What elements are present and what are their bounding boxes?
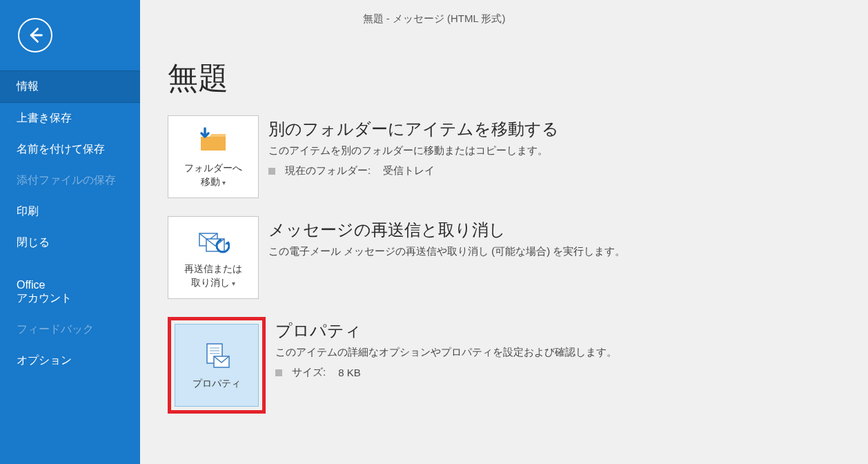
current-folder-label: 現在のフォルダー: xyxy=(285,164,371,177)
resend-icon xyxy=(197,225,230,258)
move-title: 別のフォルダーにアイテムを移動する xyxy=(268,118,559,140)
resend-tile-label: 再送信または 取り消し xyxy=(184,262,242,289)
properties-icon xyxy=(200,340,233,373)
section-resend: 再送信または 取り消し メッセージの再送信と取り消し この電子メール メッセージ… xyxy=(168,216,868,299)
resend-desc: この電子メール メッセージの再送信や取り消し (可能な場合) を実行します。 xyxy=(268,245,626,258)
backstage-sidebar: 情報 上書き保存 名前を付けて保存 添付ファイルの保存 印刷 閉じる Offic… xyxy=(0,0,140,464)
nav-office-account[interactable]: Office アカウント xyxy=(0,271,140,314)
nav-save[interactable]: 上書き保存 xyxy=(0,103,140,134)
nav-feedback: フィードバック xyxy=(0,314,140,345)
section-move: フォルダーへ 移動 別のフォルダーにアイテムを移動する このアイテムを別のフォル… xyxy=(168,115,868,198)
size-row: サイズ: 8 KB xyxy=(275,366,617,379)
nav-options[interactable]: オプション xyxy=(0,345,140,376)
nav-save-attachments: 添付ファイルの保存 xyxy=(0,165,140,196)
nav-print[interactable]: 印刷 xyxy=(0,196,140,227)
properties-button[interactable]: プロパティ xyxy=(175,324,259,407)
properties-title: プロパティ xyxy=(275,320,617,342)
properties-tile-label: プロパティ xyxy=(193,377,241,391)
current-folder-value: 受信トレイ xyxy=(383,164,435,177)
page-title: 無題 xyxy=(168,58,868,99)
section-properties: プロパティ プロパティ このアイテムの詳細なオプションやプロパティを設定および確… xyxy=(168,317,868,414)
arrow-left-icon xyxy=(26,26,45,45)
current-folder-row: 現在のフォルダー: 受信トレイ xyxy=(268,164,559,177)
nav-info[interactable]: 情報 xyxy=(0,70,140,103)
size-value: 8 KB xyxy=(338,367,361,378)
folder-move-icon xyxy=(197,124,230,157)
properties-highlight-box: プロパティ xyxy=(168,317,266,414)
nav-save-as[interactable]: 名前を付けて保存 xyxy=(0,134,140,165)
move-tile-label: フォルダーへ 移動 xyxy=(184,162,242,188)
move-to-folder-button[interactable]: フォルダーへ 移動 xyxy=(168,115,259,198)
resend-recall-button[interactable]: 再送信または 取り消し xyxy=(168,216,259,299)
nav-close[interactable]: 閉じる xyxy=(0,227,140,258)
size-label: サイズ: xyxy=(292,366,326,379)
backstage-nav: 情報 上書き保存 名前を付けて保存 添付ファイルの保存 印刷 閉じる Offic… xyxy=(0,70,140,376)
move-desc: このアイテムを別のフォルダーに移動またはコピーします。 xyxy=(268,144,559,157)
back-button[interactable] xyxy=(18,18,52,52)
properties-desc: このアイテムの詳細なオプションやプロパティを設定および確認します。 xyxy=(275,346,617,359)
content-pane: 無題 フォルダーへ 移動 別のフォルダーにアイテムを移動する このアイテムを別の… xyxy=(140,0,868,464)
resend-title: メッセージの再送信と取り消し xyxy=(268,219,626,241)
